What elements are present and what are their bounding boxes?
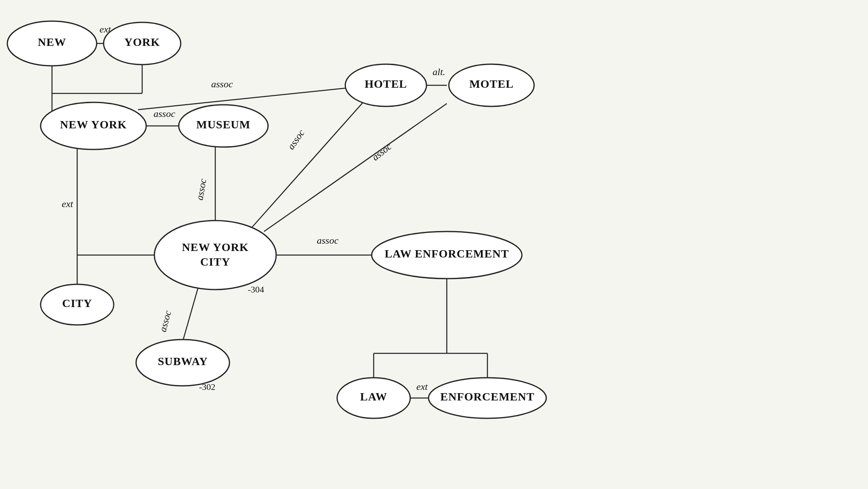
edge-newyork-hotel	[138, 87, 353, 110]
edge-label-ext-city: ext	[62, 199, 74, 209]
edge-label-assoc-museum-nyc: assoc	[194, 178, 208, 201]
node-label-hotel: Hotel	[365, 78, 407, 90]
edge-nyc-subway	[183, 284, 199, 341]
node-label-enforcement: Enforcement	[440, 390, 535, 403]
edge-label-assoc-hotel: assoc	[211, 79, 233, 89]
node-label-law-enforcement: Law Enforcement	[385, 247, 509, 260]
node-label-new-york: New York	[60, 118, 127, 131]
node-label-subway: Subway	[158, 355, 208, 368]
edge-hotel-nyc	[252, 100, 366, 227]
node-label-museum: Museum	[196, 118, 251, 131]
annotation-304: -304	[248, 284, 264, 294]
edge-label-alt-motel: alt.	[433, 67, 445, 77]
edge-motel-nyc	[264, 104, 447, 232]
edge-label-assoc-subway: assoc	[157, 309, 173, 333]
edge-label-assoc-museum: assoc	[154, 108, 175, 119]
node-label-york: York	[124, 36, 160, 48]
node-label-motel: Motel	[469, 78, 513, 90]
node-label-nyc-line2: City	[200, 255, 230, 268]
edge-label-assoc-motel-nyc: assoc	[370, 141, 394, 163]
semantic-network-diagram: .node-ellipse { fill: white; stroke: #22…	[0, 0, 868, 489]
edge-label-assoc-hotel-nyc: assoc	[286, 128, 307, 151]
node-label-law: Law	[360, 390, 387, 403]
node-new-york-city	[154, 221, 276, 290]
node-label-new: New	[38, 36, 66, 48]
node-label-city: City	[62, 297, 92, 309]
edge-label-assoc-lawenf: assoc	[317, 235, 339, 246]
edge-label-ext-law-enforcement: ext	[416, 381, 428, 392]
node-label-nyc-line1: New York	[182, 241, 249, 253]
